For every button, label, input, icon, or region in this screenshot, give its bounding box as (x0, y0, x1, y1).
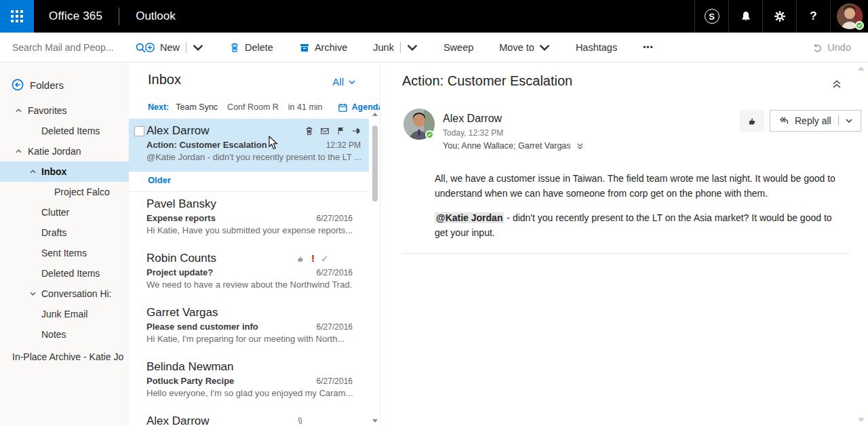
email-date: 6/27/2016 (317, 322, 353, 332)
new-button[interactable]: New (144, 42, 203, 53)
notifications-button[interactable] (728, 0, 762, 33)
check-icon: ✓ (321, 254, 329, 263)
email-row[interactable]: Pavel Bansky Expense reports 6/27/2016 H… (146, 196, 353, 235)
email-row[interactable]: Alex Darrow (146, 413, 353, 426)
email-row[interactable]: Garret Vargas Please send customer info … (146, 305, 353, 344)
paperclip-icon (296, 417, 305, 426)
sidebar-item-notes[interactable]: Notes (0, 324, 129, 345)
delete-button[interactable]: Delete (229, 42, 273, 53)
presence-available-icon (425, 130, 434, 139)
collapse-button[interactable] (833, 79, 841, 91)
email-date: 6/27/2016 (317, 268, 353, 277)
undo-icon (812, 43, 823, 53)
sweep-button[interactable]: Sweep (443, 42, 473, 53)
chevron-down-icon[interactable] (30, 292, 36, 296)
next-label: Next: (148, 102, 169, 112)
new-plus-icon (144, 42, 155, 53)
bell-icon (740, 10, 752, 22)
junk-button[interactable]: Junk (373, 42, 418, 53)
email-subject: Potluck Party Recipe (146, 376, 311, 386)
message-subject: Action: Customer Escalation (402, 73, 572, 89)
like-button[interactable] (740, 110, 764, 132)
scroll-up-arrow[interactable] (372, 113, 378, 116)
folder-sidebar: Folders Favorites Deleted Items Katie Jo… (0, 62, 129, 426)
settings-button[interactable] (762, 0, 796, 33)
section-divider (129, 191, 369, 192)
email-checkbox[interactable] (134, 126, 144, 136)
reading-scroll-up-arrow[interactable] (858, 66, 865, 71)
presence-available-icon (855, 21, 864, 30)
chevron-down-icon[interactable] (407, 42, 418, 53)
email-subject: Expense reports (146, 213, 311, 223)
list-title: Inbox (148, 72, 181, 88)
scrollbar-thumb[interactable] (372, 125, 378, 201)
message-divider (402, 253, 849, 254)
chevron-down-icon (349, 80, 355, 84)
sidebar-item-sent-items[interactable]: Sent Items (0, 243, 129, 263)
mention-chip[interactable]: @Katie Jordan (435, 212, 504, 223)
sidebar-item-project-falco[interactable]: Project Falco (0, 182, 129, 202)
calendar-icon (338, 102, 348, 113)
sidebar-item-favorites[interactable]: Favorites (0, 100, 129, 121)
brand-title[interactable]: Office 365 (34, 0, 119, 33)
chevron-down-icon[interactable] (193, 42, 203, 53)
search-box[interactable] (0, 33, 129, 62)
email-preview: Hello everyone, I'm so glad you enjoyed … (146, 388, 353, 398)
skype-button[interactable]: S (694, 0, 728, 33)
sidebar-item-in-place-archive[interactable]: In-Place Archive - Katie Jo (0, 347, 129, 367)
reading-pane: Action: Customer Escalation Alex Darrow … (380, 62, 868, 426)
more-commands-button[interactable]: ••• (643, 43, 654, 52)
mark-read-icon[interactable] (320, 126, 330, 136)
help-button[interactable]: ? (796, 0, 830, 33)
sidebar-item-inbox[interactable]: Inbox (0, 161, 129, 182)
chevron-up-icon[interactable] (16, 109, 22, 113)
message-body-paragraph: All, we have a customer issue in Taiwan.… (435, 171, 844, 201)
sidebar-item-deleted-items[interactable]: Deleted Items (0, 263, 129, 284)
chevron-up-icon[interactable] (16, 149, 22, 153)
next-meeting-bar[interactable]: Next: Team Sync Conf Room R in 41 min Ag… (148, 100, 366, 115)
hashtags-button[interactable]: Hashtags (576, 42, 617, 53)
message-sender-name[interactable]: Alex Darrow (443, 113, 502, 125)
sidebar-item-drafts[interactable]: Drafts (0, 222, 129, 243)
archive-button[interactable]: Archive (299, 42, 347, 53)
email-subject: Action: Customer Escalation (146, 140, 321, 150)
chevron-down-icon[interactable] (846, 119, 852, 123)
app-launcher-button[interactable] (0, 0, 34, 33)
sidebar-item-deleted-items-favorite[interactable]: Deleted Items (0, 121, 129, 141)
older-section-label[interactable]: Older (148, 175, 171, 185)
email-row[interactable]: Robin Counts ! ✓ Project update? 6/27/20… (146, 250, 353, 290)
folders-header[interactable]: Folders (0, 62, 129, 100)
pin-icon[interactable] (351, 126, 361, 136)
sidebar-item-conversation-history[interactable]: Conversation Hi: (0, 284, 129, 304)
email-sender: Garret Vargas (146, 305, 218, 320)
scroll-down-arrow[interactable] (372, 419, 378, 423)
list-scrollbar[interactable] (370, 110, 380, 426)
email-sender: Robin Counts (146, 250, 296, 266)
delete-hover-icon[interactable] (304, 126, 314, 136)
email-row-selected[interactable]: Alex Darrow Action: Customer Escalation … (129, 119, 369, 172)
chevron-up-icon[interactable] (30, 170, 36, 174)
email-preview: We need to have a review about the North… (146, 279, 353, 290)
sidebar-item-clutter[interactable]: Clutter (0, 202, 129, 222)
email-time: 12:32 PM (326, 140, 361, 150)
message-recipients[interactable]: You; Anne Wallace; Garret Vargas (443, 141, 583, 151)
undo-button[interactable]: Undo (812, 33, 851, 62)
double-chevron-down-icon[interactable] (577, 143, 583, 149)
list-filter-dropdown[interactable]: All (332, 76, 355, 88)
search-input[interactable] (12, 42, 135, 53)
reading-scroll-down-arrow[interactable] (858, 418, 865, 422)
double-chevron-up-icon (833, 80, 841, 88)
flag-icon[interactable] (336, 126, 345, 136)
app-title: Outlook (119, 0, 192, 33)
move-to-button[interactable]: Move to (499, 42, 550, 53)
reply-all-button[interactable]: Reply all (770, 110, 861, 132)
sidebar-item-junk-email[interactable]: Junk Email (0, 304, 129, 324)
email-date: 6/27/2016 (317, 376, 353, 386)
high-importance-icon: ! (311, 254, 315, 263)
email-row[interactable]: Belinda Newman Potluck Party Recipe 6/27… (146, 359, 353, 398)
command-toolbar: New Delete Archive Junk (0, 33, 868, 62)
top-bar: Office 365 Outlook S ? (0, 0, 868, 33)
email-sender: Belinda Newman (146, 359, 234, 374)
sidebar-item-katie-jordan[interactable]: Katie Jordan (0, 141, 129, 161)
account-avatar-button[interactable] (830, 0, 868, 33)
